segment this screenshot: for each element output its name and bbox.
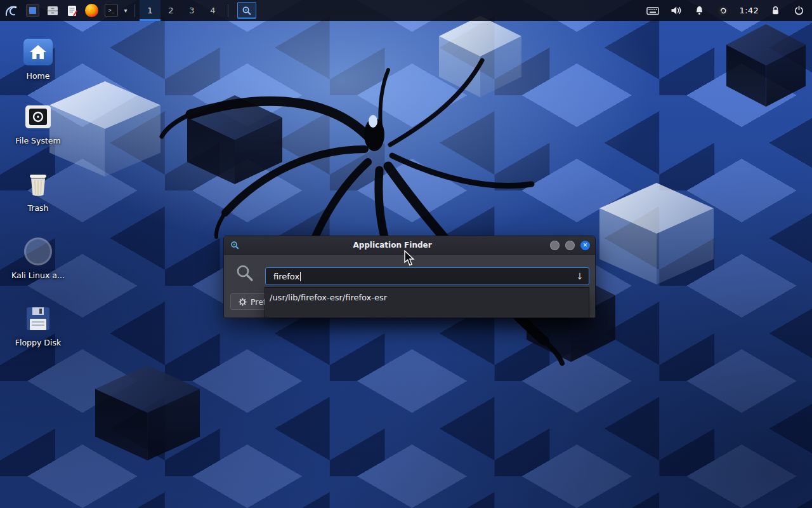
session-power-button[interactable] <box>792 0 806 21</box>
desktop-icon-file-system[interactable]: File System <box>8 102 69 145</box>
panel-separator <box>134 4 135 17</box>
kali-docs-icon <box>24 237 52 265</box>
workspace-label: 2 <box>168 6 173 15</box>
search-input-value: firefox <box>273 272 299 281</box>
search-icon <box>235 264 254 283</box>
volume-icon <box>670 5 682 16</box>
panel-clock[interactable]: 1:42 <box>740 6 759 15</box>
desktop-icon-trash[interactable]: Trash <box>8 169 69 213</box>
launcher-file-manager[interactable] <box>43 0 62 21</box>
top-panel: >_ ▾ 1 2 3 4 <box>0 0 812 21</box>
workspace-2[interactable]: 2 <box>160 0 181 21</box>
status-circle-icon <box>717 5 729 17</box>
workspace-1[interactable]: 1 <box>140 0 160 21</box>
desktop-icon-floppy-disk[interactable]: Floppy Disk <box>8 304 69 347</box>
window-manager-icon <box>26 4 39 17</box>
firefox-icon <box>85 4 98 17</box>
desktop-icon-kali-docs[interactable]: Kali Linux a... <box>8 236 69 280</box>
panel-separator <box>228 4 228 17</box>
file-system-icon <box>24 103 52 131</box>
desktop-icon-home[interactable]: Home <box>8 37 69 81</box>
floppy-disk-icon <box>24 305 52 333</box>
launcher-terminal[interactable]: >_ <box>102 0 121 21</box>
keyboard-icon <box>646 6 659 16</box>
search-icon <box>242 6 252 16</box>
close-button[interactable]: ✕ <box>580 241 590 250</box>
window-title: Application Finder <box>240 241 544 250</box>
workspace-label: 4 <box>210 6 215 15</box>
workspace-label: 1 <box>147 6 152 15</box>
text-caret <box>300 272 301 281</box>
terminal-icon: >_ <box>105 4 118 17</box>
workspace-label: 3 <box>189 6 194 15</box>
volume-control[interactable] <box>669 0 683 21</box>
launcher-text-editor[interactable] <box>62 0 82 21</box>
desktop-icon-label: Floppy Disk <box>8 338 69 347</box>
text-editor-icon <box>66 4 79 17</box>
bell-icon <box>694 5 705 16</box>
launcher-window-manager[interactable] <box>23 0 43 21</box>
launcher-firefox[interactable] <box>82 0 102 21</box>
home-folder-icon <box>23 39 53 65</box>
kali-logo-icon <box>4 3 19 18</box>
desktop-icon-label: Trash <box>8 203 69 213</box>
workspace-4[interactable]: 4 <box>202 0 223 21</box>
kali-menu-button[interactable] <box>0 0 23 21</box>
mouse-cursor <box>403 250 417 267</box>
minimize-button[interactable] <box>550 241 560 250</box>
file-manager-icon <box>46 4 59 17</box>
trash-icon <box>24 170 52 198</box>
app-finder-panel-button[interactable] <box>237 2 256 19</box>
search-input[interactable]: firefox ↓ <box>265 267 589 285</box>
notifications[interactable] <box>693 0 707 21</box>
down-arrow-icon[interactable]: ↓ <box>576 271 584 281</box>
desktop-icon-label: File System <box>8 136 69 145</box>
maximize-button[interactable] <box>565 241 575 250</box>
power-icon <box>794 5 804 16</box>
completion-item[interactable]: /usr/lib/firefox-esr/firefox-esr <box>265 288 589 307</box>
chevron-down-icon[interactable]: ▾ <box>121 7 130 14</box>
status-tray-item[interactable] <box>716 0 730 21</box>
keyboard-indicator[interactable] <box>646 0 660 21</box>
desktop-icon-label: Kali Linux a... <box>8 271 69 280</box>
desktop-icon-label: Home <box>8 71 69 81</box>
gear-icon <box>239 298 247 306</box>
completion-dropdown: /usr/lib/firefox-esr/firefox-esr <box>265 287 589 318</box>
workspace-3[interactable]: 3 <box>181 0 202 21</box>
lock-icon <box>770 5 781 16</box>
lock-screen-button[interactable] <box>768 0 782 21</box>
appfinder-window-icon <box>230 241 240 250</box>
